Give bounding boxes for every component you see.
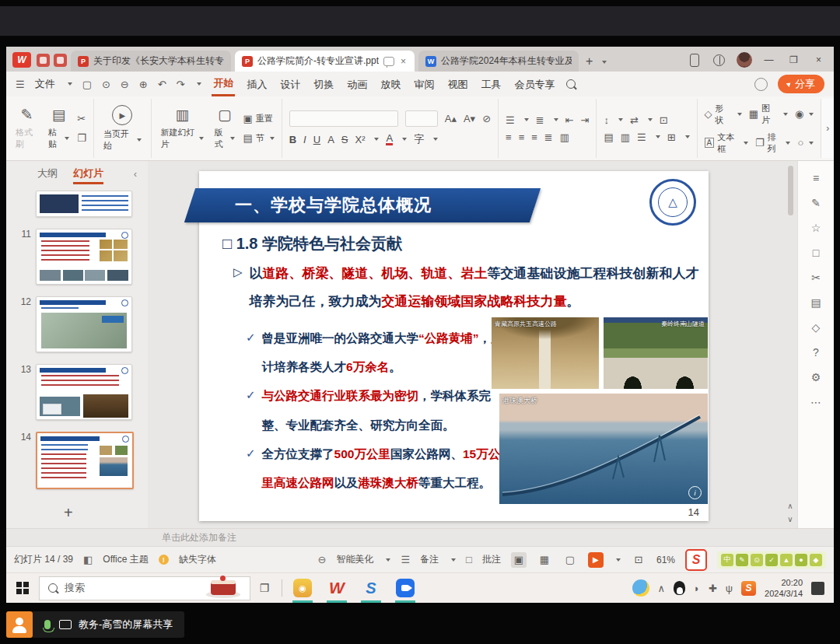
undo-icon[interactable]: ↶ xyxy=(158,79,166,90)
section-button[interactable]: ▤节 xyxy=(243,132,274,144)
slide-14[interactable]: 一、学校与学院总体概况 △ □ 1.8 学院特色与社会贡献 ▷ 以道路、桥梁、隧… xyxy=(199,171,709,521)
notes-button[interactable]: 备注 xyxy=(420,553,439,566)
taskbar-app-game[interactable]: ◉ xyxy=(285,573,320,603)
decrease-indent-icon[interactable]: ⇤ xyxy=(565,114,574,126)
taskbar-app-sogou[interactable]: S xyxy=(354,573,388,603)
tab-animation[interactable]: 动画 xyxy=(345,73,369,96)
search-icon[interactable] xyxy=(566,79,576,89)
mobile-sync-button[interactable] xyxy=(684,51,705,69)
bullet-list-icon[interactable]: ☰ xyxy=(506,114,515,126)
sogou-tray-icon[interactable]: S xyxy=(741,581,756,596)
tab-home[interactable]: 开始 xyxy=(212,72,235,96)
tab-slideshow[interactable]: 放映 xyxy=(379,73,402,96)
hidden-icons-chevron[interactable]: ∧ xyxy=(658,583,666,594)
qq-icon[interactable] xyxy=(674,581,685,595)
grow-font-icon[interactable]: A▴ xyxy=(445,113,457,124)
new-slide-button[interactable]: ▥ 新建幻灯片 xyxy=(159,106,207,151)
document-tab-1[interactable]: P 关于印发《长安大学本科生转专业及 xyxy=(71,51,231,72)
fill-button[interactable]: ◉ xyxy=(795,108,814,120)
missing-font-label[interactable]: 缺失字体 xyxy=(179,553,216,566)
tab-review[interactable]: 审阅 xyxy=(412,73,436,96)
arrange-button[interactable]: ❐排列 xyxy=(755,131,791,155)
tab-close-icon[interactable]: × xyxy=(399,56,408,67)
zoom-level[interactable]: 61% xyxy=(656,555,675,565)
start-button[interactable] xyxy=(6,573,39,603)
next-slide-icon[interactable]: ∨ xyxy=(787,515,793,523)
table-icon[interactable]: ▥ xyxy=(621,131,630,143)
clear-format-icon[interactable]: ⊘ xyxy=(482,113,491,124)
comment-bubble-icon[interactable] xyxy=(383,57,394,66)
list-style-icon[interactable]: ☰ xyxy=(637,131,646,143)
taskbar-search-box[interactable]: 搜索 xyxy=(39,576,250,600)
slideshow-button[interactable]: ▶ xyxy=(588,552,604,568)
save-icon[interactable]: ▢ xyxy=(82,79,92,90)
sorter-view-button[interactable]: ▦ xyxy=(537,552,552,568)
textbox-button[interactable]: A文本框 xyxy=(705,131,748,155)
assistant-icon[interactable] xyxy=(754,78,768,91)
columns-icon[interactable]: ▥ xyxy=(560,131,569,143)
thumbnail-slide-13[interactable]: 13 xyxy=(17,364,148,420)
canvas-scrollbar[interactable]: ∧ ∨ xyxy=(786,166,795,523)
text-direction-icon[interactable]: ⇄ xyxy=(630,114,639,126)
wps-logo[interactable]: W xyxy=(12,52,31,68)
cut-icon[interactable]: ✂ xyxy=(77,113,86,124)
thumbnail-slide-12[interactable]: 12 xyxy=(17,296,148,352)
print-preview-icon[interactable]: ⊖ xyxy=(121,79,129,90)
search-highlight-cake-art[interactable] xyxy=(205,576,242,599)
restore-button[interactable]: ❐ xyxy=(783,51,804,69)
layout-button[interactable]: ▢ 版式 xyxy=(212,106,237,151)
shrink-font-icon[interactable]: A▾ xyxy=(464,113,475,124)
new-tab-button[interactable]: + xyxy=(583,54,596,68)
ime-toolbar[interactable]: 中 ✎ ⊙ ✓ ▲ ● ◆ xyxy=(717,551,826,569)
previous-slide-icon[interactable]: ∧ xyxy=(787,502,793,510)
share-button[interactable]: 分享 xyxy=(778,75,824,93)
settings-icon[interactable]: ⚙ xyxy=(811,371,821,383)
superscript-button[interactable]: X² xyxy=(355,134,365,145)
shapes-button[interactable]: ◇形状 xyxy=(705,103,742,126)
screen-share-indicator[interactable]: 教务-高雪的屏幕共享 xyxy=(6,611,184,638)
font-color-button[interactable]: A xyxy=(386,134,393,145)
layout-panel-icon[interactable]: □ xyxy=(813,247,819,259)
redo-icon[interactable]: ↷ xyxy=(177,79,185,90)
convert-icon[interactable]: ⊡ xyxy=(660,114,668,126)
notes-bar[interactable]: 单击此处添加备注 xyxy=(6,528,834,546)
tab-design[interactable]: 设计 xyxy=(278,73,302,96)
edit-icon[interactable]: ✎ xyxy=(811,197,821,209)
bold-button[interactable]: B xyxy=(289,134,296,145)
file-menu[interactable]: 文件 xyxy=(35,77,55,91)
justify-icon[interactable]: ≣ xyxy=(544,131,553,143)
beautify-button[interactable]: 智能美化 xyxy=(336,553,373,566)
more-icon[interactable]: ⋯ xyxy=(810,396,821,408)
sogou-ime-logo[interactable]: S xyxy=(685,549,707,571)
clip-icon[interactable]: ✂ xyxy=(811,271,821,284)
border-icon[interactable]: ⊞ xyxy=(667,131,676,143)
tab-view[interactable]: 视图 xyxy=(446,73,469,96)
favorites-icon[interactable]: ☆ xyxy=(811,222,821,234)
account-avatar[interactable] xyxy=(733,51,754,69)
comments-button[interactable]: 批注 xyxy=(482,553,501,566)
print-icon[interactable]: ⊙ xyxy=(102,79,110,90)
network-icon[interactable]: ψ xyxy=(726,583,733,594)
tab-list-caret-icon[interactable] xyxy=(602,61,607,64)
font-name-input[interactable] xyxy=(289,110,398,127)
reset-button[interactable]: ▣重置 xyxy=(243,113,272,124)
collapse-panel-icon[interactable]: ‹ xyxy=(134,168,137,180)
minimize-button[interactable]: — xyxy=(758,51,779,69)
skin-button[interactable] xyxy=(709,51,730,69)
task-view-button[interactable]: ❐ xyxy=(250,573,278,603)
add-slide-button[interactable]: + xyxy=(64,504,148,522)
find-icon[interactable]: ⊕ xyxy=(139,79,148,90)
numbered-list-icon[interactable]: ≣ xyxy=(536,114,544,126)
tab-tools[interactable]: 工具 xyxy=(479,73,502,96)
action-center-icon[interactable] xyxy=(811,582,824,595)
increase-indent-icon[interactable]: ⇥ xyxy=(581,114,590,126)
tab-member[interactable]: 会员专享 xyxy=(513,73,556,96)
tray-app-icon-2[interactable]: ✚ xyxy=(709,583,717,594)
strike-button[interactable]: S xyxy=(341,134,348,145)
format-painter-button[interactable]: ✎ 格式刷 xyxy=(13,106,40,151)
hamburger-icon[interactable]: ☰ xyxy=(16,79,25,90)
document-tab-3[interactable]: W 公路学院2024年本科生转专业及专业 xyxy=(418,51,579,72)
thumbnail-slide-14-selected[interactable]: 14 xyxy=(17,432,148,489)
taskbar-app-meeting[interactable] xyxy=(388,573,422,603)
normal-view-button[interactable]: ▣ xyxy=(511,552,527,568)
